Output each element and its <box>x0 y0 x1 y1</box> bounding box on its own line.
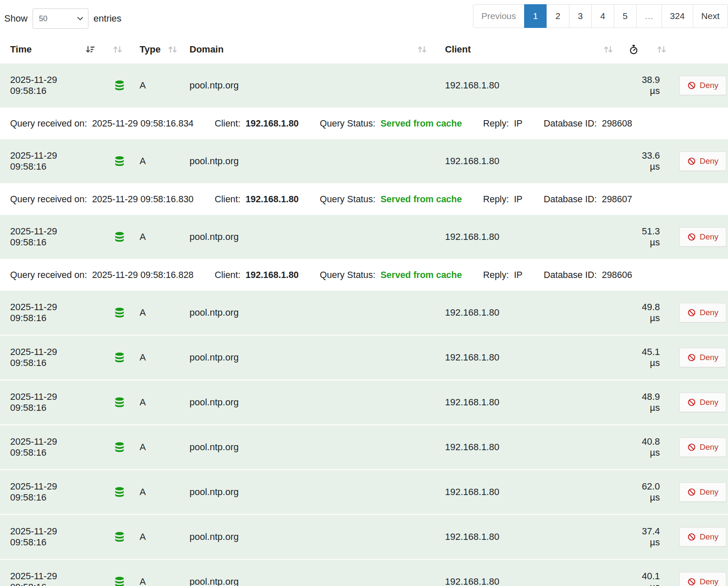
cell-time: 2025-11-29 09:58:16 <box>0 335 104 380</box>
cell-domain: pool.ntp.org <box>186 425 436 470</box>
header-type[interactable]: Type <box>131 36 186 63</box>
query-row[interactable]: 2025-11-29 09:58:16 A pool.ntp.org 192.1… <box>0 291 728 335</box>
detail-client-label: Client: <box>215 194 241 205</box>
deny-button[interactable]: Deny <box>679 527 726 547</box>
header-client-label: Client <box>445 44 471 55</box>
page-button-2[interactable]: 2 <box>547 4 569 28</box>
query-row[interactable]: 2025-11-29 09:58:16 A pool.ntp.org 192.1… <box>0 215 728 259</box>
cell-client: 192.168.1.80 <box>436 514 622 559</box>
cell-time: 2025-11-29 09:58:16 <box>0 559 104 586</box>
cell-time: 2025-11-29 09:58:16 <box>0 470 104 514</box>
cell-time: 2025-11-29 09:58:16 <box>0 380 104 425</box>
cell-client: 192.168.1.80 <box>436 380 622 425</box>
cell-domain: pool.ntp.org <box>186 559 436 586</box>
detail-received-label: Query received on: <box>10 270 87 281</box>
database-icon <box>114 80 125 91</box>
database-icon <box>114 487 125 498</box>
ban-icon <box>687 398 696 407</box>
previous-page-button[interactable]: Previous <box>473 4 525 28</box>
query-row[interactable]: 2025-11-29 09:58:16 A pool.ntp.org 192.1… <box>0 514 728 559</box>
detail-received-group: Query received on: 2025-11-29 09:58:16.8… <box>10 194 194 205</box>
header-cache-status[interactable] <box>104 36 131 63</box>
deny-button[interactable]: Deny <box>679 437 726 457</box>
detail-reply-group: Reply: IP <box>483 194 522 205</box>
header-actions <box>673 36 728 63</box>
deny-button[interactable]: Deny <box>679 76 726 95</box>
detail-status-label: Query Status: <box>320 194 375 205</box>
query-detail-line: Query received on: 2025-11-29 09:58:16.8… <box>10 118 720 129</box>
detail-dbid-value: 298607 <box>602 194 632 205</box>
deny-button[interactable]: Deny <box>679 572 726 586</box>
cell-domain: pool.ntp.org <box>186 139 436 184</box>
next-page-button[interactable]: Next <box>693 4 728 28</box>
ban-icon <box>687 578 696 586</box>
ban-icon <box>687 233 696 241</box>
detail-status-group: Query Status: Served from cache <box>320 270 462 281</box>
detail-received-label: Query received on: <box>10 194 87 205</box>
query-detail-row: Query received on: 2025-11-29 09:58:16.8… <box>0 184 728 215</box>
detail-dbid-value: 298608 <box>602 118 632 129</box>
page-button-5[interactable]: 5 <box>614 4 637 28</box>
header-time[interactable]: Time <box>0 36 104 63</box>
deny-button[interactable]: Deny <box>679 393 726 412</box>
cell-time: 2025-11-29 09:58:16 <box>0 139 104 184</box>
database-icon <box>114 397 125 408</box>
cell-time: 2025-11-29 09:58:16 <box>0 425 104 470</box>
detail-received-value: 2025-11-29 09:58:16.830 <box>92 194 194 205</box>
deny-button[interactable]: Deny <box>679 482 726 502</box>
cell-client: 192.168.1.80 <box>436 63 622 108</box>
cell-elapsed: 45.1 µs <box>622 335 673 380</box>
cell-elapsed: 48.9 µs <box>622 380 673 425</box>
cell-domain: pool.ntp.org <box>186 63 436 108</box>
cell-type: A <box>131 425 186 470</box>
query-row[interactable]: 2025-11-29 09:58:16 A pool.ntp.org 192.1… <box>0 559 728 586</box>
deny-button[interactable]: Deny <box>679 151 726 171</box>
cell-client: 192.168.1.80 <box>436 291 622 335</box>
page-button-1[interactable]: 1 <box>524 4 547 28</box>
cell-elapsed: 40.1 µs <box>622 559 673 586</box>
deny-button[interactable]: Deny <box>679 303 726 322</box>
cell-type: A <box>131 215 186 259</box>
detail-client-value: 192.168.1.80 <box>246 270 299 281</box>
header-elapsed[interactable] <box>622 36 673 63</box>
header-client[interactable]: Client <box>436 36 622 63</box>
cell-elapsed: 40.8 µs <box>622 425 673 470</box>
page-length-select[interactable]: 50 <box>33 8 88 29</box>
query-detail-line: Query received on: 2025-11-29 09:58:16.8… <box>10 270 720 281</box>
query-row[interactable]: 2025-11-29 09:58:16 A pool.ntp.org 192.1… <box>0 139 728 184</box>
page-button-324[interactable]: 324 <box>662 4 693 28</box>
cell-domain: pool.ntp.org <box>186 215 436 259</box>
page-button-4[interactable]: 4 <box>591 4 614 28</box>
detail-client-group: Client: 192.168.1.80 <box>215 270 299 281</box>
detail-received-group: Query received on: 2025-11-29 09:58:16.8… <box>10 118 194 129</box>
query-row[interactable]: 2025-11-29 09:58:16 A pool.ntp.org 192.1… <box>0 63 728 108</box>
deny-button[interactable]: Deny <box>679 227 726 247</box>
query-detail-row: Query received on: 2025-11-29 09:58:16.8… <box>0 108 728 139</box>
cell-type: A <box>131 139 186 184</box>
pagination: Previous12345…324Next <box>473 4 728 28</box>
query-row[interactable]: 2025-11-29 09:58:16 A pool.ntp.org 192.1… <box>0 335 728 380</box>
ban-icon <box>687 81 696 90</box>
cell-client: 192.168.1.80 <box>436 470 622 514</box>
ban-icon <box>687 533 696 541</box>
detail-reply-value: IP <box>514 118 522 129</box>
detail-dbid-group: Database ID: 298606 <box>544 270 632 281</box>
query-row[interactable]: 2025-11-29 09:58:16 A pool.ntp.org 192.1… <box>0 380 728 425</box>
sort-up-down-arrows-icon <box>113 45 123 54</box>
query-row[interactable]: 2025-11-29 09:58:16 A pool.ntp.org 192.1… <box>0 470 728 514</box>
detail-dbid-label: Database ID: <box>544 270 596 281</box>
sort-up-down-arrows-icon <box>417 45 427 54</box>
header-domain-label: Domain <box>190 44 224 55</box>
page-button-3[interactable]: 3 <box>569 4 592 28</box>
deny-button-label: Deny <box>700 81 718 90</box>
header-domain[interactable]: Domain <box>186 36 436 63</box>
entries-label: entries <box>93 13 121 24</box>
deny-button-label: Deny <box>700 443 718 452</box>
cell-type: A <box>131 380 186 425</box>
detail-status-label: Query Status: <box>320 270 375 281</box>
detail-received-value: 2025-11-29 09:58:16.828 <box>92 270 194 281</box>
detail-status-value: Served from cache <box>381 118 462 129</box>
cell-domain: pool.ntp.org <box>186 291 436 335</box>
deny-button[interactable]: Deny <box>679 348 726 367</box>
query-row[interactable]: 2025-11-29 09:58:16 A pool.ntp.org 192.1… <box>0 425 728 470</box>
